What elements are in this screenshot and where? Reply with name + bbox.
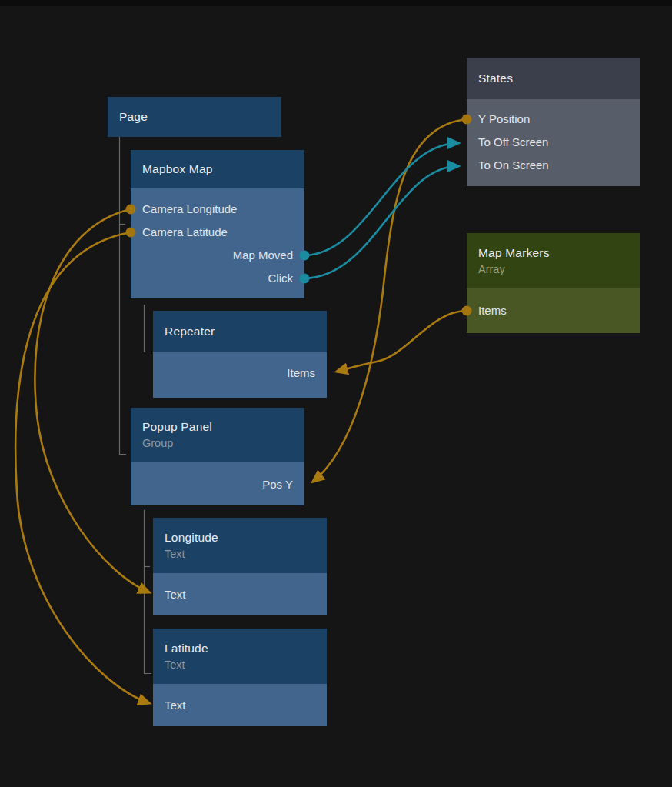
port-text-latitude[interactable]: Text [153, 694, 327, 717]
node-popup-panel[interactable]: Popup Panel Group Pos Y [131, 408, 304, 505]
node-title: Mapbox Map [142, 162, 293, 176]
node-longitude[interactable]: Longitude Text Text [153, 518, 327, 615]
node-mapbox-map[interactable]: Mapbox Map Camera Longitude Camera Latit… [131, 150, 304, 298]
port-to-off-screen[interactable]: To Off Screen [467, 131, 640, 154]
node-title: Longitude [165, 531, 315, 545]
port-items-input[interactable]: Items [153, 362, 327, 385]
node-map-markers[interactable]: Map Markers Array Items [467, 233, 640, 333]
top-bar [0, 0, 672, 6]
node-title: Latitude [165, 642, 315, 655]
node-subtitle: Text [165, 659, 315, 671]
port-camera-longitude[interactable]: Camera Longitude [131, 198, 304, 221]
edge-map-markers-items-to-repeater-items[interactable] [337, 311, 467, 372]
port-map-moved[interactable]: Map Moved [131, 244, 304, 267]
node-subtitle: Array [478, 263, 628, 275]
port-text-longitude[interactable]: Text [153, 583, 327, 606]
port-camera-latitude[interactable]: Camera Latitude [131, 221, 304, 244]
port-items-output[interactable]: Items [467, 299, 640, 322]
node-repeater[interactable]: Repeater Items [153, 311, 327, 398]
port-to-on-screen[interactable]: To On Screen [467, 154, 640, 177]
node-page[interactable]: Page [108, 97, 281, 137]
tree-line-page-children [120, 137, 127, 455]
edge-map-moved-to-off-screen[interactable] [304, 143, 458, 255]
port-click[interactable]: Click [131, 267, 304, 290]
node-latitude[interactable]: Latitude Text Text [153, 629, 327, 726]
node-graph-canvas[interactable]: Page Mapbox Map Camera Longitude Camera … [0, 0, 672, 787]
edge-y-position-to-pos-y[interactable] [313, 119, 467, 482]
tree-line-mapbox-children [145, 305, 152, 352]
node-title: Popup Panel [142, 420, 293, 434]
node-title: Repeater [165, 325, 315, 338]
node-states[interactable]: States Y Position To Off Screen To On Sc… [467, 58, 640, 186]
node-title: States [478, 72, 628, 85]
node-title: Page [119, 110, 270, 124]
node-subtitle: Group [142, 437, 293, 449]
port-y-position[interactable]: Y Position [467, 108, 640, 131]
port-pos-y[interactable]: Pos Y [131, 473, 304, 496]
tree-line-popup-children [145, 510, 152, 674]
node-title: Map Markers [478, 246, 628, 260]
node-subtitle: Text [165, 548, 315, 560]
edge-click-to-on-screen[interactable] [304, 166, 458, 278]
edge-camera-latitude-to-latitude-text[interactable] [15, 232, 149, 703]
